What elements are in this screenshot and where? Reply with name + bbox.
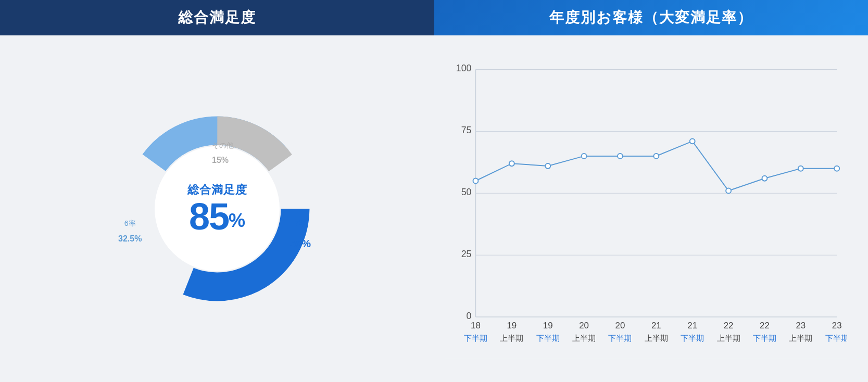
svg-text:20: 20 bbox=[579, 321, 589, 330]
line-chart-svg: 100755025018下半期19上半期19下半期20上半期20下半期21上半期… bbox=[445, 46, 847, 372]
label-left: 6率 32.5% bbox=[118, 219, 142, 245]
label-right: 7率 56% bbox=[290, 219, 311, 252]
svg-text:22: 22 bbox=[760, 321, 770, 330]
svg-text:20: 20 bbox=[615, 321, 625, 330]
svg-text:21: 21 bbox=[651, 321, 661, 330]
svg-text:上半期: 上半期 bbox=[645, 334, 668, 342]
svg-text:下半期: 下半期 bbox=[753, 334, 776, 342]
svg-text:23: 23 bbox=[832, 321, 842, 330]
line-chart-container: 100755025018下半期19上半期19下半期20上半期20下半期21上半期… bbox=[445, 46, 847, 372]
svg-text:19: 19 bbox=[507, 321, 517, 330]
label-other: その他 15% bbox=[212, 141, 234, 167]
donut-center-text: 総合満足度 85 % bbox=[187, 182, 247, 235]
main-content: 総合満足度 85 % その他 15% 6率 32.5% bbox=[0, 35, 868, 382]
right-panel: 100755025018下半期19上半期19下半期20上半期20下半期21上半期… bbox=[434, 35, 868, 382]
label-right-value: 56% bbox=[290, 228, 311, 252]
svg-text:下半期: 下半期 bbox=[608, 334, 632, 342]
svg-text:22: 22 bbox=[724, 321, 734, 330]
svg-text:18: 18 bbox=[471, 321, 481, 330]
label-other-value: 15% bbox=[212, 150, 234, 167]
header-right: 年度別お客様（大変満足率） bbox=[434, 0, 868, 35]
svg-point-23 bbox=[834, 166, 839, 171]
label-left-title: 6率 bbox=[118, 219, 142, 228]
svg-point-17 bbox=[618, 154, 623, 159]
label-right-title: 7率 bbox=[290, 219, 311, 228]
svg-point-21 bbox=[762, 176, 767, 181]
right-header-title: 年度別お客様（大変満足率） bbox=[549, 8, 753, 28]
svg-text:75: 75 bbox=[461, 125, 472, 135]
svg-text:下半期: 下半期 bbox=[464, 334, 487, 342]
header-left: 総合満足度 bbox=[0, 0, 434, 35]
svg-text:100: 100 bbox=[456, 63, 472, 73]
svg-point-14 bbox=[509, 161, 514, 166]
svg-point-18 bbox=[653, 154, 659, 159]
svg-text:下半期: 下半期 bbox=[825, 334, 847, 342]
svg-point-13 bbox=[473, 179, 479, 184]
svg-text:上半期: 上半期 bbox=[572, 334, 596, 342]
svg-text:19: 19 bbox=[543, 321, 553, 330]
svg-text:上半期: 上半期 bbox=[500, 334, 523, 342]
donut-center-percent: % bbox=[229, 211, 245, 235]
svg-point-20 bbox=[726, 188, 731, 194]
svg-text:21: 21 bbox=[687, 321, 697, 330]
svg-point-19 bbox=[690, 138, 695, 144]
label-left-value: 32.5% bbox=[118, 228, 142, 245]
svg-point-15 bbox=[545, 163, 550, 169]
svg-point-22 bbox=[798, 166, 803, 171]
svg-text:下半期: 下半期 bbox=[681, 334, 704, 342]
svg-text:上半期: 上半期 bbox=[717, 334, 740, 342]
svg-text:0: 0 bbox=[467, 311, 472, 321]
svg-point-16 bbox=[582, 154, 587, 159]
svg-text:25: 25 bbox=[461, 249, 472, 259]
donut-chart-wrapper: 総合満足度 85 % その他 15% 6率 32.5% bbox=[108, 99, 326, 318]
donut-center-value: 85 bbox=[189, 198, 229, 235]
svg-text:下半期: 下半期 bbox=[536, 334, 560, 342]
svg-text:23: 23 bbox=[796, 321, 806, 330]
left-panel: 総合満足度 85 % その他 15% 6率 32.5% bbox=[0, 35, 434, 382]
headers-row: 総合満足度 年度別お客様（大変満足率） bbox=[0, 0, 868, 35]
left-header-title: 総合満足度 bbox=[178, 8, 256, 28]
svg-text:上半期: 上半期 bbox=[789, 334, 812, 342]
label-other-title: その他 bbox=[212, 141, 234, 150]
svg-text:50: 50 bbox=[461, 187, 472, 197]
